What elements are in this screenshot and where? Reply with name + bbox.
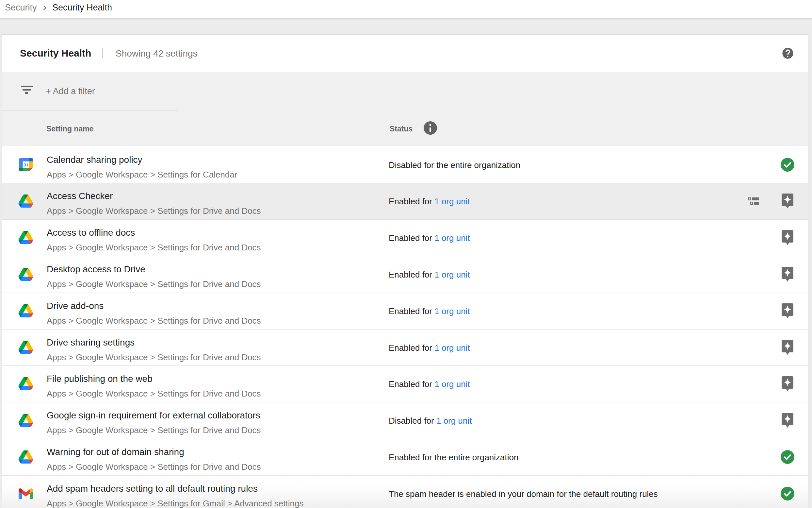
svg-text:31: 31	[23, 163, 29, 167]
